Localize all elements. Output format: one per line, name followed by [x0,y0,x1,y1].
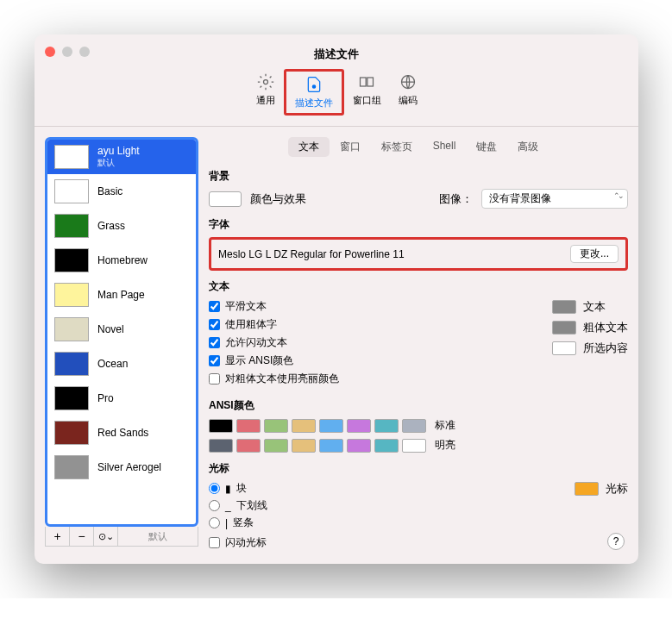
section-ansi: ANSI颜色 [209,398,628,413]
ansi-swatch[interactable] [402,419,426,433]
profile-thumb [54,283,89,307]
blink-text-checkbox[interactable]: 允许闪动文本 [209,335,526,350]
help-button[interactable]: ? [607,533,625,550]
section-cursor: 光标 [209,461,628,476]
profile-tab[interactable]: 键盘 [466,137,507,157]
profile-name: Ocean [97,358,128,370]
toolbar: 通用 描述文件 窗口组 编码 [35,62,638,127]
background-color-label: 颜色与效果 [250,191,306,207]
profile-tab[interactable]: 高级 [507,137,549,157]
tab-groups[interactable]: 窗口组 [344,69,390,116]
profile-tab[interactable]: 标签页 [371,137,423,157]
ansi-swatch[interactable] [264,419,288,433]
ansi-swatch[interactable] [347,419,371,433]
ansi-swatch[interactable] [236,419,261,433]
profile-sub: 默认 [97,157,140,169]
selection-color-well[interactable] [552,341,576,355]
ansi-normal-row: 标准 [209,418,628,433]
ansi-swatch[interactable] [319,419,343,433]
profile-list[interactable]: ayu Light默认BasicGrassHomebrewMan PageNov… [45,137,198,527]
profile-item[interactable]: Ocean [47,347,196,381]
profile-item[interactable]: Basic [47,174,196,209]
svg-rect-2 [361,78,367,86]
profile-item[interactable]: Homebrew [47,243,196,278]
text-color-well[interactable] [552,300,576,314]
ansi-swatch[interactable] [264,439,288,453]
profile-name: Red Sands [97,427,148,439]
background-image-select[interactable]: 没有背景图像 [481,189,628,209]
sidebar-actions: + − ⊙⌄ 默认 [45,527,198,547]
profile-icon [305,75,323,94]
background-color-well[interactable] [209,191,242,207]
titlebar: 描述文件 [35,34,638,62]
groups-icon [357,72,376,91]
profile-tabs: 文本窗口标签页Shell键盘高级 [209,137,628,157]
profile-name: Silver Aerogel [97,461,161,473]
add-profile-button[interactable]: + [46,527,70,546]
profile-item[interactable]: Silver Aerogel [47,450,196,485]
ansi-swatch[interactable] [209,439,233,453]
default-button[interactable]: 默认 [118,527,198,546]
tab-encodings[interactable]: 编码 [390,69,426,116]
tab-profiles[interactable]: 描述文件 [284,69,344,116]
svg-point-0 [263,80,267,84]
ansi-swatch[interactable] [347,439,371,453]
profile-tab[interactable]: 窗口 [330,137,371,157]
sidebar: ayu Light默认BasicGrassHomebrewMan PageNov… [45,137,198,553]
profile-tab[interactable]: Shell [423,137,467,157]
minimize-button[interactable] [62,47,72,57]
ansi-bright-row: 明亮 [209,438,628,453]
profile-thumb [54,248,89,272]
ansi-swatch[interactable] [402,439,426,453]
globe-icon [399,72,418,91]
blink-cursor-checkbox[interactable]: 闪动光标 [209,535,549,550]
ansi-swatch[interactable] [292,439,316,453]
zoom-button[interactable] [79,47,90,57]
ansi-swatch[interactable] [209,419,233,433]
svg-point-1 [312,85,315,88]
ansi-swatch[interactable] [374,419,399,433]
profile-thumb [54,455,89,479]
traffic-lights [45,47,90,57]
bold-text-color-well[interactable] [552,321,576,335]
profile-item[interactable]: Man Page [47,278,196,312]
profile-tab[interactable]: 文本 [288,137,330,157]
cursor-underline-radio[interactable]: _ 下划线 [209,498,549,513]
main-panel: 文本窗口标签页Shell键盘高级 背景 颜色与效果 图像： 没有背景图像 字体 … [209,137,628,553]
bright-bold-checkbox[interactable]: 对粗体文本使用亮丽颜色 [209,372,526,386]
font-name: Meslo LG L DZ Regular for Powerline 11 [218,248,562,260]
profile-name: Pro [97,392,114,404]
remove-profile-button[interactable]: − [70,527,94,546]
profile-thumb [54,214,89,238]
tab-general[interactable]: 通用 [248,69,284,116]
profile-item[interactable]: ayu Light默认 [47,140,196,174]
window-title: 描述文件 [45,43,628,62]
close-button[interactable] [45,47,55,57]
profile-thumb [54,179,89,203]
profile-menu-button[interactable]: ⊙⌄ [94,527,118,546]
profile-thumb [54,317,89,341]
ansi-swatch[interactable] [319,439,343,453]
bold-font-checkbox[interactable]: 使用粗体字 [209,317,526,332]
profile-thumb [54,145,89,169]
profile-item[interactable]: Novel [47,312,196,347]
profile-item[interactable]: Grass [47,209,196,243]
section-text: 文本 [209,279,628,294]
ansi-swatch[interactable] [374,439,399,453]
profile-thumb [54,352,89,376]
profile-name: ayu Light [97,145,140,157]
svg-rect-3 [367,78,374,86]
cursor-color-well[interactable] [575,482,599,496]
ansi-swatch[interactable] [292,419,316,433]
ansi-colors-checkbox[interactable]: 显示 ANSI颜色 [209,353,526,368]
profile-item[interactable]: Pro [47,381,196,416]
section-background: 背景 [209,169,628,184]
change-font-button[interactable]: 更改... [570,245,619,263]
profile-name: Homebrew [97,254,148,266]
cursor-bar-radio[interactable]: | 竖条 [209,516,549,530]
smooth-text-checkbox[interactable]: 平滑文本 [209,299,526,314]
ansi-swatch[interactable] [236,439,261,453]
cursor-block-radio[interactable]: ▮ 块 [209,481,549,496]
profile-item[interactable]: Red Sands [47,416,196,450]
profile-name: Man Page [97,289,145,301]
